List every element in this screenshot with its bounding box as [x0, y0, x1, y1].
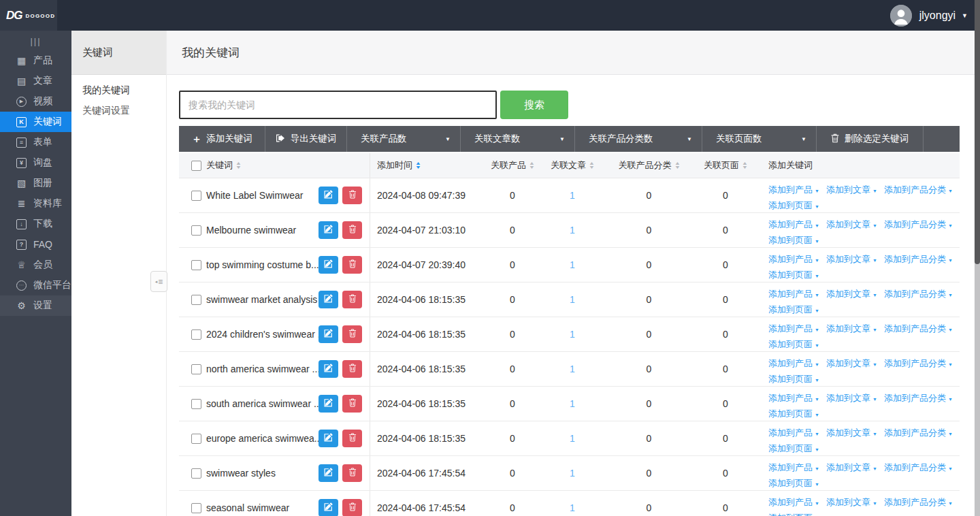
- add-to-article-link[interactable]: 添加到文章▼: [826, 428, 877, 438]
- related-articles-count[interactable]: 1: [570, 225, 575, 236]
- sidebar-item-albums[interactable]: ▧图册: [0, 173, 71, 193]
- sidebar-item-downloads[interactable]: ↓下载: [0, 214, 71, 234]
- column-header-related-pages[interactable]: 关联页面 ▲▼: [695, 153, 756, 178]
- add-keyword-button[interactable]: ＋ 添加关键词: [179, 126, 265, 152]
- add-to-page-link[interactable]: 添加到页面▼: [768, 443, 819, 453]
- add-to-article-link[interactable]: 添加到文章▼: [826, 462, 877, 472]
- row-checkbox[interactable]: [191, 503, 201, 513]
- delete-button[interactable]: [342, 291, 362, 308]
- add-to-page-link[interactable]: 添加到页面▼: [768, 339, 819, 349]
- delete-button[interactable]: [342, 256, 362, 274]
- add-to-page-link[interactable]: 添加到页面▼: [768, 304, 819, 315]
- sidebar-item-members[interactable]: ♕会员: [0, 255, 71, 275]
- scrollbar-track[interactable]: [975, 0, 980, 516]
- add-to-product-link[interactable]: 添加到产品▼: [768, 184, 819, 195]
- add-to-page-link[interactable]: 添加到页面▼: [768, 513, 819, 516]
- related-articles-count[interactable]: 1: [570, 468, 575, 479]
- add-to-page-link[interactable]: 添加到页面▼: [768, 270, 819, 280]
- search-button[interactable]: 搜索: [500, 91, 568, 119]
- sidebar-collapse-toggle[interactable]: |||: [0, 32, 71, 50]
- row-checkbox[interactable]: [191, 468, 201, 479]
- add-to-page-link[interactable]: 添加到页面▼: [768, 200, 819, 210]
- delete-button[interactable]: [342, 325, 362, 343]
- add-to-product-link[interactable]: 添加到产品▼: [768, 497, 819, 507]
- related-categories-count-dropdown[interactable]: 关联产品分类数▼: [575, 126, 702, 152]
- submenu-collapse-button[interactable]: ◂ ≡: [150, 271, 167, 292]
- delete-button[interactable]: [342, 430, 362, 447]
- delete-button[interactable]: [342, 499, 362, 516]
- column-header-added-time[interactable]: 添加时间 ▲▼: [370, 153, 483, 178]
- sidebar-item-forms[interactable]: ≡表单: [0, 132, 71, 152]
- edit-button[interactable]: [318, 256, 338, 274]
- add-to-product-link[interactable]: 添加到产品▼: [768, 393, 819, 403]
- add-to-category-link[interactable]: 添加到产品分类▼: [884, 184, 953, 195]
- related-articles-count[interactable]: 1: [570, 190, 575, 201]
- sidebar-item-articles[interactable]: ▤文章: [0, 71, 71, 91]
- logo[interactable]: DG DOGOOD: [0, 0, 57, 31]
- add-to-article-link[interactable]: 添加到文章▼: [826, 497, 877, 507]
- add-to-article-link[interactable]: 添加到文章▼: [826, 219, 877, 229]
- edit-button[interactable]: [318, 221, 338, 239]
- add-to-category-link[interactable]: 添加到产品分类▼: [884, 289, 953, 299]
- related-articles-count-dropdown[interactable]: 关联文章数▼: [461, 126, 575, 152]
- add-to-article-link[interactable]: 添加到文章▼: [826, 358, 877, 368]
- delete-button[interactable]: [342, 360, 362, 378]
- row-checkbox[interactable]: [191, 364, 201, 374]
- sidebar-item-library[interactable]: ≣资料库: [0, 193, 71, 214]
- delete-selected-button[interactable]: 删除选定关键词: [817, 126, 924, 152]
- row-checkbox[interactable]: [191, 225, 201, 236]
- related-products-count-dropdown[interactable]: 关联产品数▼: [347, 126, 461, 152]
- row-checkbox[interactable]: [191, 434, 201, 444]
- add-to-product-link[interactable]: 添加到产品▼: [768, 289, 819, 299]
- edit-button[interactable]: [318, 291, 338, 308]
- related-articles-count[interactable]: 1: [570, 329, 575, 340]
- column-header-related-categories[interactable]: 关联产品分类 ▲▼: [603, 153, 695, 178]
- edit-button[interactable]: [318, 464, 338, 482]
- edit-button[interactable]: [318, 360, 338, 378]
- export-keyword-button[interactable]: 导出关键词: [265, 126, 347, 152]
- add-to-category-link[interactable]: 添加到产品分类▼: [884, 219, 953, 229]
- related-pages-count-dropdown[interactable]: 关联页面数▼: [702, 126, 817, 152]
- row-checkbox[interactable]: [191, 191, 201, 201]
- scrollbar-thumb[interactable]: [975, 0, 980, 264]
- add-to-product-link[interactable]: 添加到产品▼: [768, 219, 819, 229]
- delete-button[interactable]: [342, 221, 362, 239]
- submenu-item-my-keywords[interactable]: 我的关键词: [71, 80, 166, 101]
- select-all-checkbox[interactable]: [191, 161, 201, 171]
- delete-button[interactable]: [342, 187, 362, 204]
- add-to-article-link[interactable]: 添加到文章▼: [826, 254, 877, 264]
- add-to-product-link[interactable]: 添加到产品▼: [768, 323, 819, 334]
- edit-button[interactable]: [318, 499, 338, 516]
- sidebar-item-inquiries[interactable]: ¥询盘: [0, 152, 71, 173]
- add-to-page-link[interactable]: 添加到页面▼: [768, 374, 819, 384]
- add-to-category-link[interactable]: 添加到产品分类▼: [884, 462, 953, 472]
- sidebar-item-videos[interactable]: ▶视频: [0, 91, 71, 112]
- edit-button[interactable]: [318, 325, 338, 343]
- add-to-product-link[interactable]: 添加到产品▼: [768, 428, 819, 438]
- column-header-related-articles[interactable]: 关联文章 ▲▼: [542, 153, 603, 178]
- row-checkbox[interactable]: [191, 295, 201, 305]
- add-to-page-link[interactable]: 添加到页面▼: [768, 235, 819, 245]
- related-articles-count[interactable]: 1: [570, 364, 575, 374]
- submenu-item-keyword-settings[interactable]: 关键词设置: [71, 101, 166, 121]
- row-checkbox[interactable]: [191, 329, 201, 340]
- add-to-article-link[interactable]: 添加到文章▼: [826, 184, 877, 195]
- column-header-related-products[interactable]: 关联产品 ▲▼: [483, 153, 542, 178]
- related-articles-count[interactable]: 1: [570, 502, 575, 513]
- add-to-article-link[interactable]: 添加到文章▼: [826, 393, 877, 403]
- add-to-category-link[interactable]: 添加到产品分类▼: [884, 428, 953, 438]
- related-articles-count[interactable]: 1: [570, 398, 575, 409]
- add-to-product-link[interactable]: 添加到产品▼: [768, 462, 819, 472]
- row-checkbox[interactable]: [191, 260, 201, 270]
- row-checkbox[interactable]: [191, 399, 201, 409]
- add-to-article-link[interactable]: 添加到文章▼: [826, 289, 877, 299]
- search-input[interactable]: [179, 91, 497, 119]
- sidebar-item-settings[interactable]: ⚙设置: [0, 295, 71, 316]
- user-menu[interactable]: jlyongyi ▼: [890, 5, 980, 27]
- related-articles-count[interactable]: 1: [570, 294, 575, 305]
- edit-button[interactable]: [318, 187, 338, 204]
- sidebar-item-wechat[interactable]: ⋯微信平台: [0, 275, 71, 295]
- add-to-page-link[interactable]: 添加到页面▼: [768, 408, 819, 419]
- add-to-category-link[interactable]: 添加到产品分类▼: [884, 323, 953, 334]
- delete-button[interactable]: [342, 464, 362, 482]
